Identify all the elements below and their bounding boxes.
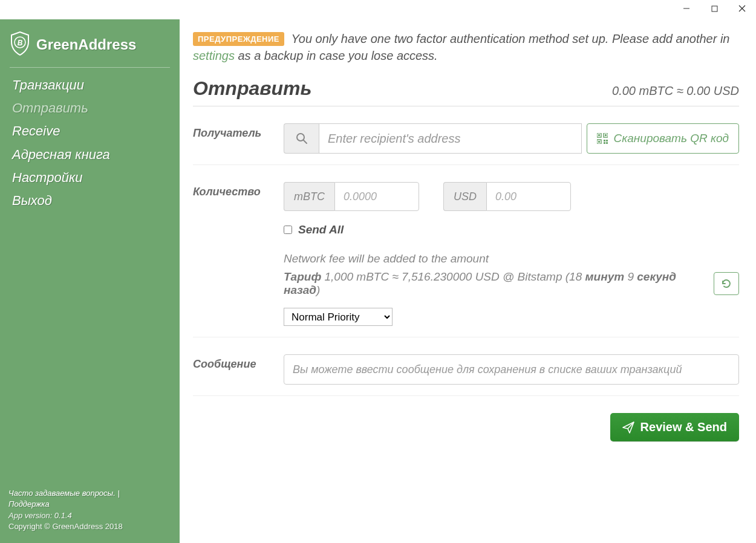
recipient-address-input[interactable] — [319, 123, 582, 154]
unit-usd-label: USD — [443, 182, 486, 211]
amount-usd-group: USD — [443, 182, 571, 211]
rate-minutes: минут — [585, 270, 625, 283]
send-all-label[interactable]: Send All — [298, 223, 344, 236]
brand: B GreenAddress — [0, 29, 180, 67]
window-maximize-button[interactable] — [700, 0, 728, 17]
svg-line-7 — [304, 140, 307, 143]
sidebar: B GreenAddress Транзакции Отправить Rece… — [0, 19, 180, 543]
addressbook-lookup-button[interactable] — [284, 123, 319, 154]
copyright: Copyright © GreenAddress 2018 — [8, 521, 171, 532]
message-input[interactable] — [284, 354, 739, 385]
refresh-rate-button[interactable] — [714, 272, 739, 295]
sidebar-item-addressbook[interactable]: Адресная книга — [12, 143, 180, 166]
warning-text-after: as a backup in case you lose access. — [235, 49, 438, 62]
svg-rect-17 — [606, 142, 608, 144]
divider — [10, 67, 170, 68]
support-link[interactable]: Поддержка — [8, 499, 50, 509]
svg-rect-11 — [605, 134, 607, 136]
page-heading-row: Отправить 0.00 mBTC ≈ 0.00 USD — [193, 77, 739, 106]
sidebar-item-settings[interactable]: Настройки — [12, 166, 180, 189]
review-send-button[interactable]: Review & Send — [610, 413, 739, 441]
svg-rect-15 — [606, 140, 608, 141]
warning-badge: ПРЕДУПРЕЖДЕНИЕ — [193, 32, 284, 46]
warning-text-before: You only have one two factor authenticat… — [288, 32, 730, 45]
rate-value: 1,000 mBTC ≈ 7,516.230000 USD @ Bitstamp… — [321, 270, 585, 283]
sidebar-item-transactions[interactable]: Транзакции — [12, 74, 180, 97]
settings-link[interactable]: settings — [193, 49, 235, 62]
recipient-section: Получатель — [193, 106, 739, 165]
sidebar-item-exit[interactable]: Выход — [12, 189, 180, 212]
rate-label: Тариф — [284, 270, 321, 283]
svg-rect-1 — [712, 6, 717, 11]
app-version: App version: 0.1.4 — [8, 510, 171, 521]
maximize-icon — [711, 5, 718, 12]
recipient-label: Получатель — [193, 123, 284, 154]
paper-plane-icon — [622, 421, 634, 434]
brand-name: GreenAddress — [36, 36, 136, 53]
fee-priority-select[interactable]: Normal Priority — [284, 308, 393, 326]
faq-link[interactable]: Часто задаваемые вопросы. — [8, 489, 116, 498]
qr-icon — [597, 133, 608, 144]
svg-point-6 — [297, 134, 304, 141]
search-icon — [296, 132, 308, 145]
svg-rect-9 — [598, 134, 600, 136]
svg-rect-13 — [598, 141, 600, 143]
amount-label: Количество — [193, 182, 284, 326]
refresh-icon — [721, 278, 732, 289]
sidebar-item-receive[interactable]: Receive — [12, 120, 180, 143]
scan-qr-label: Сканировать QR код — [614, 132, 729, 145]
footer-sep: | — [116, 489, 120, 498]
rate-mid: 9 — [624, 270, 637, 283]
close-icon — [738, 5, 746, 12]
minimize-icon — [683, 5, 690, 12]
rate-close: ) — [316, 284, 320, 296]
amount-section: Количество mBTC USD Send All Net — [193, 165, 739, 337]
unit-mbtc-label: mBTC — [284, 182, 334, 211]
svg-rect-14 — [604, 140, 605, 141]
action-row: Review & Send — [193, 396, 739, 441]
sidebar-footer: Часто задаваемые вопросы. | Поддержка Ap… — [0, 488, 180, 538]
message-section: Сообщение — [193, 337, 739, 396]
main-content: ПРЕДУПРЕЖДЕНИЕ You only have one two fac… — [180, 19, 756, 543]
svg-rect-16 — [604, 142, 605, 144]
sidebar-item-send[interactable]: Отправить — [12, 97, 180, 120]
message-label: Сообщение — [193, 354, 284, 385]
fee-note: Network fee will be added to the amount — [284, 252, 739, 265]
amount-usd-input[interactable] — [486, 182, 571, 211]
svg-text:B: B — [18, 39, 23, 47]
scan-qr-button[interactable]: Сканировать QR код — [587, 123, 739, 154]
amount-mbtc-input[interactable] — [334, 182, 419, 211]
warning-banner: ПРЕДУПРЕЖДЕНИЕ You only have one two fac… — [193, 30, 739, 64]
balance-display: 0.00 mBTC ≈ 0.00 USD — [612, 84, 739, 98]
send-all-checkbox[interactable] — [284, 226, 292, 234]
review-send-label: Review & Send — [640, 420, 727, 434]
window-titlebar — [0, 0, 756, 19]
shield-bitcoin-icon: B — [10, 31, 30, 57]
window-minimize-button[interactable] — [673, 0, 700, 17]
amount-btc-group: mBTC — [284, 182, 419, 211]
sidebar-nav: Транзакции Отправить Receive Адресная кн… — [0, 74, 180, 212]
window-close-button[interactable] — [728, 0, 756, 17]
page-title: Отправить — [193, 77, 312, 100]
rate-text: Тариф 1,000 mBTC ≈ 7,516.230000 USD @ Bi… — [284, 270, 708, 297]
